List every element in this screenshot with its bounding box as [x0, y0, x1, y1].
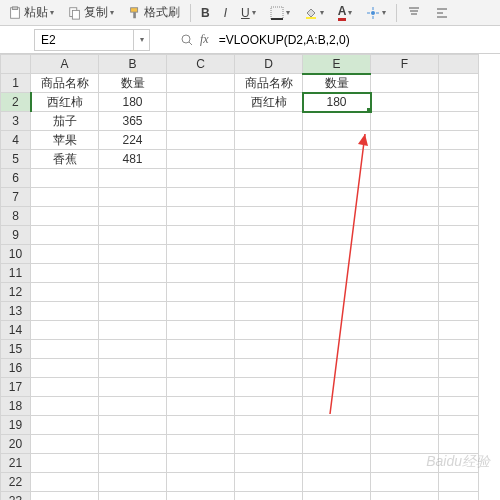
cell-A15[interactable] — [31, 340, 99, 359]
cell-D21[interactable] — [235, 454, 303, 473]
cell-D17[interactable] — [235, 378, 303, 397]
cell-A13[interactable] — [31, 302, 99, 321]
cell-B8[interactable] — [99, 207, 167, 226]
cell-F15[interactable] — [371, 340, 439, 359]
cell-F7[interactable] — [371, 188, 439, 207]
cell-B2[interactable]: 180 — [99, 93, 167, 112]
cell-D3[interactable] — [235, 112, 303, 131]
cell-A21[interactable] — [31, 454, 99, 473]
cell-A8[interactable] — [31, 207, 99, 226]
cell-A6[interactable] — [31, 169, 99, 188]
cell-D5[interactable] — [235, 150, 303, 169]
cell-extra[interactable] — [439, 416, 479, 435]
cell-A5[interactable]: 香蕉 — [31, 150, 99, 169]
cell-D11[interactable] — [235, 264, 303, 283]
cell-D6[interactable] — [235, 169, 303, 188]
cell-extra[interactable] — [439, 378, 479, 397]
cell-F17[interactable] — [371, 378, 439, 397]
column-header-E[interactable]: E — [303, 55, 371, 74]
row-header-15[interactable]: 15 — [1, 340, 31, 359]
search-icon[interactable] — [180, 33, 194, 47]
cell-D18[interactable] — [235, 397, 303, 416]
cell-E4[interactable] — [303, 131, 371, 150]
cell-D15[interactable] — [235, 340, 303, 359]
cell-B12[interactable] — [99, 283, 167, 302]
cell-B15[interactable] — [99, 340, 167, 359]
cell-C19[interactable] — [167, 416, 235, 435]
cell-F9[interactable] — [371, 226, 439, 245]
cell-C5[interactable] — [167, 150, 235, 169]
name-box[interactable]: E2 — [34, 29, 134, 51]
cell-E23[interactable] — [303, 492, 371, 501]
row-header-23[interactable]: 23 — [1, 492, 31, 501]
cell-A12[interactable] — [31, 283, 99, 302]
cell-F3[interactable] — [371, 112, 439, 131]
cell-B17[interactable] — [99, 378, 167, 397]
cell-A17[interactable] — [31, 378, 99, 397]
cell-extra[interactable] — [439, 302, 479, 321]
cell-D10[interactable] — [235, 245, 303, 264]
cell-F1[interactable] — [371, 74, 439, 93]
fill-color-button[interactable]: ▾ — [300, 4, 328, 22]
row-header-17[interactable]: 17 — [1, 378, 31, 397]
cell-extra[interactable] — [439, 473, 479, 492]
fx-icon[interactable]: fx — [200, 32, 209, 47]
cell-E11[interactable] — [303, 264, 371, 283]
cell-C18[interactable] — [167, 397, 235, 416]
row-header-1[interactable]: 1 — [1, 74, 31, 93]
cell-B14[interactable] — [99, 321, 167, 340]
cell-extra[interactable] — [439, 93, 479, 112]
copy-button[interactable]: 复制 ▾ — [64, 2, 118, 23]
cell-B19[interactable] — [99, 416, 167, 435]
cell-extra[interactable] — [439, 340, 479, 359]
row-header-3[interactable]: 3 — [1, 112, 31, 131]
cell-A4[interactable]: 苹果 — [31, 131, 99, 150]
cell-C20[interactable] — [167, 435, 235, 454]
cell-A19[interactable] — [31, 416, 99, 435]
align-left-button[interactable] — [431, 4, 453, 22]
cell-C17[interactable] — [167, 378, 235, 397]
cell-C15[interactable] — [167, 340, 235, 359]
cell-F5[interactable] — [371, 150, 439, 169]
cell-F13[interactable] — [371, 302, 439, 321]
cell-A22[interactable] — [31, 473, 99, 492]
cell-C12[interactable] — [167, 283, 235, 302]
cell-B21[interactable] — [99, 454, 167, 473]
cell-B18[interactable] — [99, 397, 167, 416]
cell-F10[interactable] — [371, 245, 439, 264]
cell-A3[interactable]: 茄子 — [31, 112, 99, 131]
row-header-11[interactable]: 11 — [1, 264, 31, 283]
cell-D7[interactable] — [235, 188, 303, 207]
cell-C23[interactable] — [167, 492, 235, 501]
cell-C4[interactable] — [167, 131, 235, 150]
row-header-22[interactable]: 22 — [1, 473, 31, 492]
cell-C10[interactable] — [167, 245, 235, 264]
cell-C2[interactable] — [167, 93, 235, 112]
cell-extra[interactable] — [439, 131, 479, 150]
cell-E19[interactable] — [303, 416, 371, 435]
cell-B20[interactable] — [99, 435, 167, 454]
cell-A1[interactable]: 商品名称 — [31, 74, 99, 93]
cell-D19[interactable] — [235, 416, 303, 435]
cell-A18[interactable] — [31, 397, 99, 416]
cell-extra[interactable] — [439, 454, 479, 473]
cell-C16[interactable] — [167, 359, 235, 378]
cell-A23[interactable] — [31, 492, 99, 501]
row-header-18[interactable]: 18 — [1, 397, 31, 416]
paste-button[interactable]: 粘贴 ▾ — [4, 2, 58, 23]
cell-extra[interactable] — [439, 359, 479, 378]
cell-F14[interactable] — [371, 321, 439, 340]
cell-F20[interactable] — [371, 435, 439, 454]
cell-D23[interactable] — [235, 492, 303, 501]
cell-B7[interactable] — [99, 188, 167, 207]
border-button[interactable]: ▾ — [266, 4, 294, 22]
cell-extra[interactable] — [439, 188, 479, 207]
cell-E5[interactable] — [303, 150, 371, 169]
cell-extra[interactable] — [439, 492, 479, 501]
name-box-dropdown[interactable]: ▾ — [134, 29, 150, 51]
cell-C8[interactable] — [167, 207, 235, 226]
cell-B1[interactable]: 数量 — [99, 74, 167, 93]
cell-E9[interactable] — [303, 226, 371, 245]
format-painter-button[interactable]: 格式刷 — [124, 2, 184, 23]
cell-B10[interactable] — [99, 245, 167, 264]
